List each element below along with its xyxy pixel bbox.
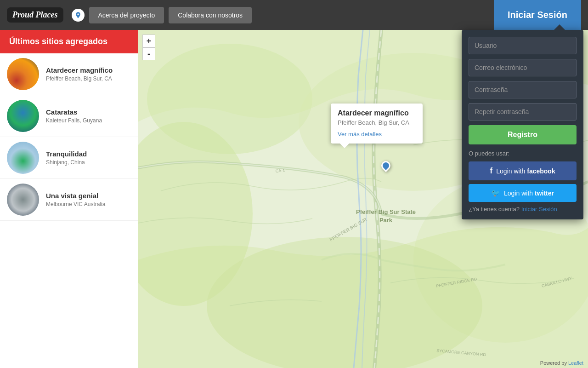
sidebar-item-title: Tranquilidad <box>46 150 87 158</box>
sidebar-item[interactable]: Atardecer magnífico Pfeiffer Beach, Big … <box>0 53 138 95</box>
sidebar-title: Últimos sitios agregados <box>9 37 107 46</box>
sidebar-item-location: Pfeiffer Beach, Big Sur, CA <box>46 75 113 82</box>
sidebar-thumb <box>7 142 39 174</box>
sidebar-item[interactable]: Tranquilidad Shinjang, China <box>0 137 138 179</box>
facebook-login-button[interactable]: f Login with facebook <box>469 161 577 180</box>
iniciar-sesion-link[interactable]: Iniciar Sesión <box>521 206 557 213</box>
svg-text:CA-1: CA-1 <box>275 168 285 173</box>
registro-button[interactable]: Registro <box>469 125 577 144</box>
iniciar-sesion-header-button[interactable]: Iniciar Sesión <box>494 0 581 30</box>
repetir-input[interactable] <box>469 103 577 121</box>
logo-text: Proud Places <box>12 10 58 20</box>
sidebar-item[interactable]: Cataratas Kaieteur Falls, Guyana <box>0 95 138 137</box>
zoom-out-button[interactable]: - <box>142 47 155 60</box>
leaflet-credit: Powered by Leaflet <box>540 360 583 366</box>
sidebar-thumb <box>7 100 39 132</box>
map-popup: Atardecer magnífico Pfeiffer Beach, Big … <box>331 104 423 144</box>
popup-link[interactable]: Ver más detalles <box>338 131 382 138</box>
sidebar-item[interactable]: Una vista genial Melbourne VIC Australia <box>0 179 138 221</box>
sidebar-header: Últimos sitios agregados <box>0 30 138 53</box>
sidebar-item-title: Atardecer magnífico <box>46 66 113 74</box>
twitter-login-button[interactable]: 🐦 Login with twitter <box>469 184 577 202</box>
usuario-input[interactable] <box>469 37 577 54</box>
leaflet-link[interactable]: Leaflet <box>568 360 583 366</box>
twitter-login-text: Login with twitter <box>504 190 554 197</box>
sidebar: Últimos sitios agregados Atardecer magní… <box>0 30 138 368</box>
sidebar-thumb <box>7 184 39 216</box>
header: Proud Places Acerca del proyecto Colabor… <box>0 0 588 30</box>
sidebar-thumb <box>7 58 39 90</box>
popup-title: Atardecer magnífico <box>338 109 416 117</box>
sidebar-item-title: Una vista genial <box>46 192 105 200</box>
correo-input[interactable] <box>469 59 577 76</box>
ya-tienes-label: ¿Ya tienes cuenta? Iniciar Sesión <box>469 206 577 213</box>
svg-text:Pfeiffer Big Sur State: Pfeiffer Big Sur State <box>356 208 416 215</box>
facebook-login-text: Login with facebook <box>496 167 555 175</box>
facebook-icon: f <box>490 166 492 176</box>
popup-location: Pfeiffer Beach, Big Sur, CA <box>338 119 416 126</box>
map-pin <box>381 161 390 170</box>
svg-text:Park: Park <box>379 217 393 224</box>
twitter-icon: 🐦 <box>491 189 500 197</box>
zoom-controls: + - <box>142 34 155 60</box>
location-icon <box>72 9 85 22</box>
o-puedes-label: O puedes usar: <box>469 150 577 157</box>
credit-text: Powered by <box>540 360 568 366</box>
login-panel: Registro O puedes usar: f Login with fac… <box>462 30 583 219</box>
sidebar-item-location: Shinjang, China <box>46 159 87 166</box>
contrasena-input[interactable] <box>469 81 577 98</box>
sidebar-items-list: Atardecer magnífico Pfeiffer Beach, Big … <box>0 53 138 221</box>
colabora-button[interactable]: Colabora con nosotros <box>169 7 252 23</box>
sidebar-item-location: Kaieteur Falls, Guyana <box>46 117 102 124</box>
pin-marker <box>379 159 392 172</box>
logo-container: Proud Places <box>7 7 63 23</box>
sidebar-item-location: Melbourne VIC Australia <box>46 201 105 207</box>
acerca-button[interactable]: Acerca del proyecto <box>89 7 164 23</box>
zoom-in-button[interactable]: + <box>142 34 155 47</box>
sidebar-item-title: Cataratas <box>46 108 102 116</box>
